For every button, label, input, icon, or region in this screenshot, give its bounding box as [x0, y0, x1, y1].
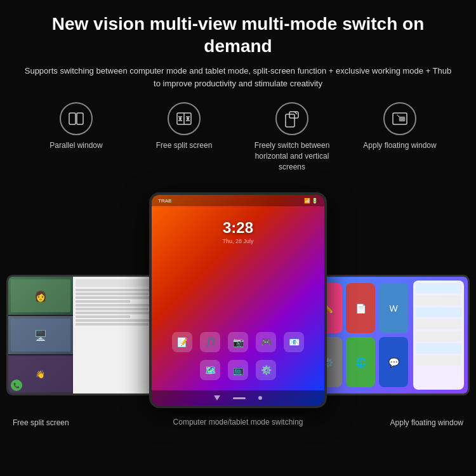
split-icon	[175, 110, 193, 128]
svg-line-15	[397, 115, 399, 117]
page-container: New vision multi-view multi-mode switch …	[0, 0, 476, 476]
app-icon-3: W	[379, 283, 408, 333]
panel-row	[416, 355, 461, 366]
video-thumb-1: 👩	[8, 277, 73, 315]
carrier-text: TRAB	[158, 198, 171, 204]
tablet-right-screen: ✏️ 📄 W ⚙️ 🌐 💬	[307, 277, 468, 393]
parallel-icon-container	[60, 102, 93, 135]
svg-rect-10	[286, 114, 294, 127]
doc-line	[76, 323, 149, 326]
panel-row	[416, 319, 461, 329]
left-device-label: Free split screen	[13, 418, 69, 427]
float-label: Apply floating window	[363, 140, 436, 151]
center-time: 3:28	[152, 219, 324, 237]
panel-row	[416, 295, 461, 305]
split-left-panel: 👩 🖥️ 👋 📞	[8, 277, 73, 393]
doc-line	[76, 308, 149, 310]
split-label: Free split screen	[156, 140, 213, 151]
center-apps-grid: 📝 🎵 📷 🎮 📧 🗺️ 📺 ⚙️	[152, 324, 324, 388]
rotate-label: Freely switch between horizontal and ver…	[248, 140, 336, 172]
status-icons: 📶 🔋	[304, 198, 318, 204]
tablet-center-screen: TRAB 📶 🔋 3:28 Thu, 28 July 📝 🎵 📷 🎮 📧 🗺️ …	[152, 195, 324, 406]
center-app-3: 📷	[228, 332, 248, 352]
center-status-bar: TRAB 📶 🔋	[152, 195, 324, 206]
svg-point-5	[187, 117, 189, 120]
parallel-icon	[67, 110, 85, 128]
center-app-5: 📧	[284, 332, 304, 352]
features-row: Parallel window Free split screen	[32, 102, 444, 172]
nav-home	[233, 397, 246, 399]
app-icon-2: 📄	[346, 283, 375, 333]
center-app-6: 🗺️	[200, 360, 220, 380]
doc-line	[76, 315, 131, 318]
center-app-2: 🎵	[200, 332, 220, 352]
panel-row	[416, 283, 461, 293]
svg-rect-1	[77, 113, 83, 124]
panel-row	[416, 307, 461, 317]
subtitle: Supports switching between computer mode…	[22, 65, 454, 89]
center-label-wrapper: Computer mode/tablet mode switching	[173, 416, 303, 427]
feature-parallel: Parallel window	[32, 102, 121, 172]
center-device-label: Computer mode/tablet mode switching	[173, 418, 303, 426]
devices-section: 👩 🖥️ 👋 📞	[0, 186, 476, 427]
float-icon	[391, 110, 409, 128]
app-icon-6: 💬	[379, 337, 408, 387]
split-icon-container	[168, 102, 201, 135]
tablet-left-screen: 👩 🖥️ 👋 📞	[8, 277, 169, 393]
doc-line	[76, 293, 149, 295]
feature-rotate: Freely switch between horizontal and ver…	[248, 102, 336, 172]
svg-point-4	[179, 117, 182, 120]
right-device-label: Apply floating window	[390, 418, 463, 427]
tablet-center: TRAB 📶 🔋 3:28 Thu, 28 July 📝 🎵 📷 🎮 📧 🗺️ …	[149, 192, 327, 408]
floating-panel	[413, 281, 464, 390]
tablet-left: 👩 🖥️ 👋 📞	[6, 275, 171, 395]
parallel-label: Parallel window	[50, 140, 102, 151]
svg-rect-14	[399, 117, 405, 121]
nav-back	[214, 395, 220, 400]
feature-split: Free split screen	[140, 102, 228, 172]
main-title: New vision multi-view multi-mode switch …	[19, 13, 457, 57]
center-bottom-bar	[152, 390, 324, 406]
center-app-1: 📝	[172, 332, 192, 352]
doc-line	[76, 300, 131, 303]
tablet-right: ✏️ 📄 W ⚙️ 🌐 💬	[305, 275, 470, 395]
feature-float: Apply floating window	[355, 102, 444, 172]
rotate-icon	[283, 110, 301, 128]
app-icon-5: 🌐	[346, 337, 375, 387]
video-thumb-2: 🖥️	[8, 316, 73, 354]
nav-recents	[258, 396, 262, 400]
panel-row	[416, 331, 461, 341]
center-date: Thu, 28 July	[152, 238, 324, 244]
video-thumb-3: 👋 📞	[8, 355, 73, 393]
center-app-4: 🎮	[256, 332, 276, 352]
rotate-icon-container	[275, 102, 308, 135]
svg-rect-0	[69, 113, 76, 124]
center-app-7: 📺	[228, 360, 248, 380]
float-icon-container	[383, 102, 416, 135]
center-app-8: ⚙️	[256, 360, 276, 380]
panel-row	[416, 343, 461, 354]
